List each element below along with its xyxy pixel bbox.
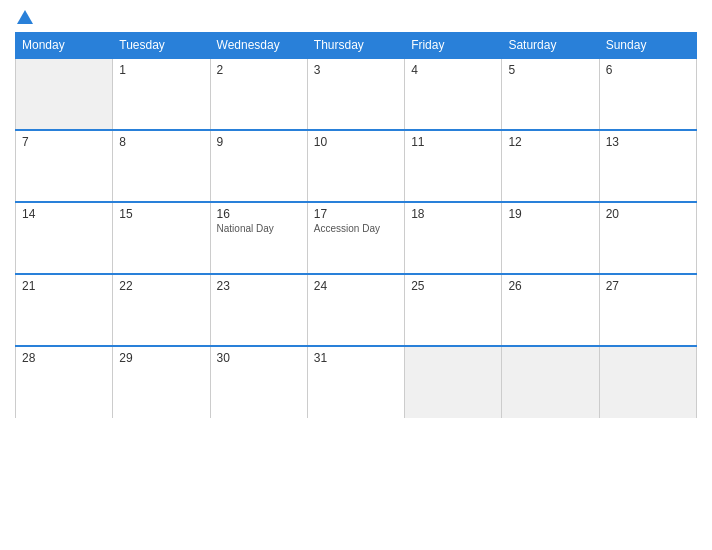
- day-cell: [599, 346, 696, 418]
- day-number: 13: [606, 135, 690, 149]
- day-cell: 9: [210, 130, 307, 202]
- logo: [15, 10, 35, 24]
- weekday-header-friday: Friday: [405, 33, 502, 59]
- day-cell: 25: [405, 274, 502, 346]
- day-number: 7: [22, 135, 106, 149]
- day-number: 9: [217, 135, 301, 149]
- day-number: 18: [411, 207, 495, 221]
- day-cell: 26: [502, 274, 599, 346]
- day-cell: 29: [113, 346, 210, 418]
- day-number: 25: [411, 279, 495, 293]
- day-number: 17: [314, 207, 398, 221]
- week-row-4: 21222324252627: [16, 274, 697, 346]
- day-cell: 23: [210, 274, 307, 346]
- day-cell: 27: [599, 274, 696, 346]
- day-cell: 19: [502, 202, 599, 274]
- day-cell: 11: [405, 130, 502, 202]
- day-number: 8: [119, 135, 203, 149]
- weekday-header-sunday: Sunday: [599, 33, 696, 59]
- day-cell: [405, 346, 502, 418]
- day-cell: 24: [307, 274, 404, 346]
- day-number: 30: [217, 351, 301, 365]
- day-cell: 30: [210, 346, 307, 418]
- day-cell: 31: [307, 346, 404, 418]
- day-cell: 4: [405, 58, 502, 130]
- day-number: 26: [508, 279, 592, 293]
- day-cell: 15: [113, 202, 210, 274]
- calendar-container: MondayTuesdayWednesdayThursdayFridaySatu…: [0, 0, 712, 550]
- day-number: 28: [22, 351, 106, 365]
- day-cell: 20: [599, 202, 696, 274]
- day-number: 20: [606, 207, 690, 221]
- day-number: 23: [217, 279, 301, 293]
- logo-triangle-icon: [17, 10, 33, 24]
- weekday-header-saturday: Saturday: [502, 33, 599, 59]
- day-cell: [16, 58, 113, 130]
- day-number: 3: [314, 63, 398, 77]
- day-number: 22: [119, 279, 203, 293]
- day-cell: 21: [16, 274, 113, 346]
- weekday-header-row: MondayTuesdayWednesdayThursdayFridaySatu…: [16, 33, 697, 59]
- week-row-1: 123456: [16, 58, 697, 130]
- holiday-label: Accession Day: [314, 223, 398, 234]
- day-cell: 16National Day: [210, 202, 307, 274]
- day-number: 19: [508, 207, 592, 221]
- day-cell: 1: [113, 58, 210, 130]
- day-cell: 12: [502, 130, 599, 202]
- day-cell: 14: [16, 202, 113, 274]
- day-number: 14: [22, 207, 106, 221]
- day-cell: 7: [16, 130, 113, 202]
- day-number: 21: [22, 279, 106, 293]
- day-number: 1: [119, 63, 203, 77]
- day-number: 4: [411, 63, 495, 77]
- day-number: 24: [314, 279, 398, 293]
- weekday-header-tuesday: Tuesday: [113, 33, 210, 59]
- week-row-3: 141516National Day17Accession Day181920: [16, 202, 697, 274]
- week-row-5: 28293031: [16, 346, 697, 418]
- day-number: 11: [411, 135, 495, 149]
- day-number: 10: [314, 135, 398, 149]
- weekday-header-monday: Monday: [16, 33, 113, 59]
- day-cell: 8: [113, 130, 210, 202]
- day-cell: 6: [599, 58, 696, 130]
- day-number: 6: [606, 63, 690, 77]
- week-row-2: 78910111213: [16, 130, 697, 202]
- day-number: 16: [217, 207, 301, 221]
- day-cell: 22: [113, 274, 210, 346]
- holiday-label: National Day: [217, 223, 301, 234]
- day-number: 27: [606, 279, 690, 293]
- day-number: 31: [314, 351, 398, 365]
- day-number: 12: [508, 135, 592, 149]
- day-number: 2: [217, 63, 301, 77]
- day-cell: [502, 346, 599, 418]
- day-cell: 18: [405, 202, 502, 274]
- day-cell: 3: [307, 58, 404, 130]
- weekday-header-thursday: Thursday: [307, 33, 404, 59]
- day-cell: 13: [599, 130, 696, 202]
- day-cell: 17Accession Day: [307, 202, 404, 274]
- day-number: 29: [119, 351, 203, 365]
- day-cell: 10: [307, 130, 404, 202]
- day-cell: 2: [210, 58, 307, 130]
- day-cell: 28: [16, 346, 113, 418]
- calendar-table: MondayTuesdayWednesdayThursdayFridaySatu…: [15, 32, 697, 418]
- day-cell: 5: [502, 58, 599, 130]
- weekday-header-wednesday: Wednesday: [210, 33, 307, 59]
- day-number: 5: [508, 63, 592, 77]
- calendar-header: [15, 10, 697, 24]
- day-number: 15: [119, 207, 203, 221]
